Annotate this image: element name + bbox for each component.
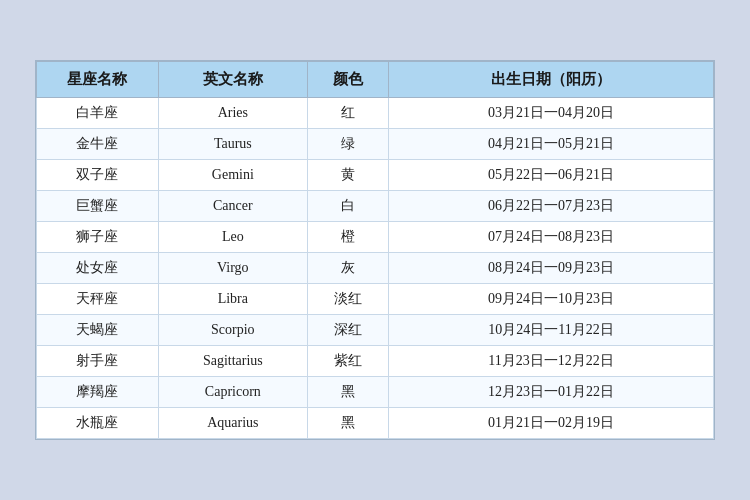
- cell-birth-date: 08月24日一09月23日: [389, 253, 714, 284]
- cell-color: 紫红: [307, 346, 388, 377]
- header-color: 颜色: [307, 62, 388, 98]
- cell-birth-date: 03月21日一04月20日: [389, 98, 714, 129]
- cell-color: 淡红: [307, 284, 388, 315]
- cell-english-name: Virgo: [158, 253, 307, 284]
- cell-color: 红: [307, 98, 388, 129]
- cell-chinese-name: 摩羯座: [37, 377, 159, 408]
- cell-chinese-name: 白羊座: [37, 98, 159, 129]
- cell-color: 灰: [307, 253, 388, 284]
- cell-english-name: Taurus: [158, 129, 307, 160]
- cell-birth-date: 09月24日一10月23日: [389, 284, 714, 315]
- cell-chinese-name: 处女座: [37, 253, 159, 284]
- cell-english-name: Scorpio: [158, 315, 307, 346]
- cell-birth-date: 12月23日一01月22日: [389, 377, 714, 408]
- cell-chinese-name: 射手座: [37, 346, 159, 377]
- cell-english-name: Libra: [158, 284, 307, 315]
- cell-chinese-name: 水瓶座: [37, 408, 159, 439]
- cell-birth-date: 06月22日一07月23日: [389, 191, 714, 222]
- header-english-name: 英文名称: [158, 62, 307, 98]
- cell-color: 黄: [307, 160, 388, 191]
- table-row: 天秤座Libra淡红09月24日一10月23日: [37, 284, 714, 315]
- cell-birth-date: 07月24日一08月23日: [389, 222, 714, 253]
- cell-color: 白: [307, 191, 388, 222]
- table-row: 巨蟹座Cancer白06月22日一07月23日: [37, 191, 714, 222]
- cell-birth-date: 04月21日一05月21日: [389, 129, 714, 160]
- header-chinese-name: 星座名称: [37, 62, 159, 98]
- cell-english-name: Aquarius: [158, 408, 307, 439]
- cell-birth-date: 01月21日一02月19日: [389, 408, 714, 439]
- cell-chinese-name: 金牛座: [37, 129, 159, 160]
- cell-birth-date: 11月23日一12月22日: [389, 346, 714, 377]
- cell-chinese-name: 双子座: [37, 160, 159, 191]
- cell-chinese-name: 巨蟹座: [37, 191, 159, 222]
- table-header-row: 星座名称 英文名称 颜色 出生日期（阳历）: [37, 62, 714, 98]
- cell-english-name: Gemini: [158, 160, 307, 191]
- cell-birth-date: 10月24日一11月22日: [389, 315, 714, 346]
- header-birth-date: 出生日期（阳历）: [389, 62, 714, 98]
- cell-chinese-name: 狮子座: [37, 222, 159, 253]
- cell-chinese-name: 天秤座: [37, 284, 159, 315]
- table-row: 狮子座Leo橙07月24日一08月23日: [37, 222, 714, 253]
- cell-color: 绿: [307, 129, 388, 160]
- table-row: 双子座Gemini黄05月22日一06月21日: [37, 160, 714, 191]
- zodiac-table-container: 星座名称 英文名称 颜色 出生日期（阳历） 白羊座Aries红03月21日一04…: [35, 60, 715, 440]
- table-row: 射手座Sagittarius紫红11月23日一12月22日: [37, 346, 714, 377]
- zodiac-table: 星座名称 英文名称 颜色 出生日期（阳历） 白羊座Aries红03月21日一04…: [36, 61, 714, 439]
- cell-english-name: Aries: [158, 98, 307, 129]
- table-row: 白羊座Aries红03月21日一04月20日: [37, 98, 714, 129]
- cell-chinese-name: 天蝎座: [37, 315, 159, 346]
- cell-english-name: Sagittarius: [158, 346, 307, 377]
- table-body: 白羊座Aries红03月21日一04月20日金牛座Taurus绿04月21日一0…: [37, 98, 714, 439]
- table-row: 处女座Virgo灰08月24日一09月23日: [37, 253, 714, 284]
- cell-color: 橙: [307, 222, 388, 253]
- cell-english-name: Capricorn: [158, 377, 307, 408]
- cell-color: 黑: [307, 377, 388, 408]
- cell-english-name: Cancer: [158, 191, 307, 222]
- cell-color: 黑: [307, 408, 388, 439]
- table-row: 摩羯座Capricorn黑12月23日一01月22日: [37, 377, 714, 408]
- cell-birth-date: 05月22日一06月21日: [389, 160, 714, 191]
- cell-english-name: Leo: [158, 222, 307, 253]
- cell-color: 深红: [307, 315, 388, 346]
- table-row: 金牛座Taurus绿04月21日一05月21日: [37, 129, 714, 160]
- table-row: 天蝎座Scorpio深红10月24日一11月22日: [37, 315, 714, 346]
- table-row: 水瓶座Aquarius黑01月21日一02月19日: [37, 408, 714, 439]
